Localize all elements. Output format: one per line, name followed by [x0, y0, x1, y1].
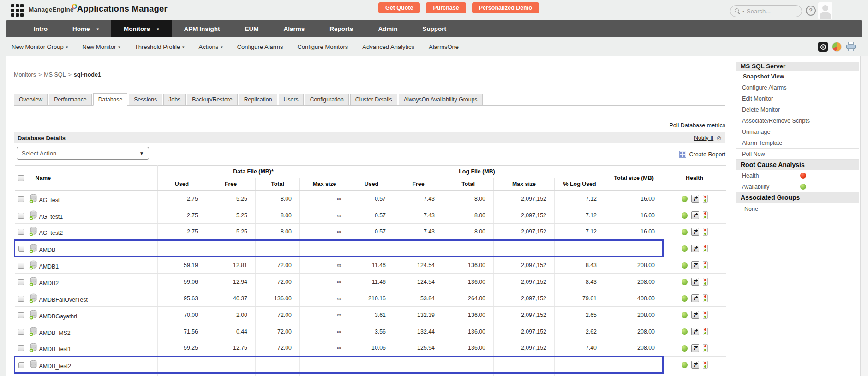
column-header-pct-log-used[interactable]: % Log Used — [555, 178, 605, 191]
breadcrumb-monitors[interactable]: Monitors — [14, 72, 36, 78]
availability-history-icon[interactable] — [703, 328, 708, 335]
tab-cluster-details[interactable]: Cluster Details — [350, 94, 397, 105]
notify-disabled-icon[interactable]: ⊘ — [716, 134, 722, 142]
column-header-health[interactable]: Health — [663, 166, 726, 191]
database-name[interactable]: AG_test — [39, 197, 60, 204]
availability-history-icon[interactable] — [703, 294, 708, 302]
tab-sessions[interactable]: Sessions — [129, 94, 162, 105]
tab-alwayson-availability-groups[interactable]: AlwaysOn Availability Groups — [399, 94, 483, 105]
row-checkbox[interactable] — [18, 246, 24, 252]
nav-item-admin[interactable]: Admin — [365, 20, 410, 37]
database-name[interactable]: AMDB_test1 — [39, 346, 72, 353]
sidebar-item-poll-now[interactable]: Poll Now — [736, 149, 859, 160]
health-status-icon[interactable] — [682, 328, 688, 335]
seven-day-report-icon[interactable]: 7 — [691, 228, 699, 236]
tab-users[interactable]: Users — [279, 94, 304, 105]
rca-row-availability[interactable]: Availability — [736, 181, 859, 192]
row-checkbox[interactable] — [18, 229, 24, 235]
seven-day-report-icon[interactable]: 7 — [691, 211, 699, 219]
create-report-link[interactable]: Create Report — [689, 151, 725, 158]
column-header-data-max-size[interactable]: Max size — [300, 178, 349, 191]
column-header-data-used[interactable]: Used — [158, 178, 206, 191]
row-checkbox[interactable] — [18, 263, 24, 269]
sidebar-item-configure-alarms[interactable]: Configure Alarms — [736, 82, 859, 93]
availability-history-icon[interactable] — [703, 228, 708, 236]
table-row[interactable]: AMDB1 59.19 12.81 72.00 ∞ 11.46 124.54 1… — [15, 257, 726, 274]
search-box[interactable]: ▾ — [730, 5, 802, 17]
availability-history-icon[interactable] — [703, 211, 708, 219]
seven-day-report-icon[interactable]: 7 — [691, 311, 699, 319]
availability-history-icon[interactable] — [703, 344, 708, 352]
row-checkbox[interactable] — [18, 296, 24, 302]
rca-row-health[interactable]: Health — [736, 170, 859, 181]
toolbar-item-new-monitor[interactable]: New Monitor▾ — [82, 43, 120, 50]
table-row[interactable]: AG_test 2.75 5.25 8.00 ∞ 0.57 7.43 8.00 … — [15, 191, 726, 207]
personalized-demo-button[interactable]: Personalized Demo — [472, 2, 539, 13]
seven-day-report-icon[interactable]: 7 — [691, 278, 699, 286]
availability-history-icon[interactable] — [703, 361, 708, 369]
sidebar-item-delete-monitor[interactable]: Delete Monitor — [736, 104, 859, 115]
row-checkbox[interactable] — [18, 213, 24, 219]
poll-database-metrics-link[interactable]: Poll Database metrics — [669, 122, 725, 129]
health-status-icon[interactable] — [682, 279, 688, 285]
row-checkbox[interactable] — [18, 362, 24, 368]
availability-history-icon[interactable] — [703, 278, 708, 286]
tab-configuration[interactable]: Configuration — [305, 94, 349, 105]
purchase-button[interactable]: Purchase — [426, 2, 466, 13]
nav-item-intro[interactable]: Intro — [21, 20, 60, 37]
sidebar-item-snapshot-view[interactable]: Snapshot View — [736, 71, 859, 82]
table-row[interactable]: AMDBGayathri 70.00 2.00 72.00 ∞ 3.61 132… — [15, 307, 726, 323]
column-header-log-total[interactable]: Total — [443, 178, 494, 191]
availability-history-icon[interactable] — [703, 245, 708, 252]
breadcrumb-ms-sql[interactable]: MS SQL — [44, 72, 66, 78]
database-name[interactable]: AG_test1 — [39, 214, 63, 221]
table-row-partial[interactable]: 7 — [15, 373, 726, 376]
database-name[interactable]: AMDBFailOverTest — [39, 297, 88, 304]
health-status-icon[interactable] — [682, 262, 688, 269]
seven-day-report-icon[interactable]: 7 — [691, 245, 699, 252]
scrollbar-track[interactable] — [860, 56, 868, 376]
toolbar-item-configure-monitors[interactable]: Configure Monitors — [297, 43, 348, 50]
search-scope-caret-icon[interactable]: ▾ — [742, 9, 744, 13]
row-checkbox[interactable] — [18, 279, 24, 285]
toolbar-item-alarmsone[interactable]: AlarmsOne — [429, 43, 459, 50]
tab-jobs[interactable]: Jobs — [163, 94, 186, 105]
table-row[interactable]: AG_test1 2.75 5.25 8.00 ∞ 0.57 7.43 8.00… — [15, 207, 726, 224]
tab-database[interactable]: Database — [93, 93, 128, 106]
nav-item-home[interactable]: Home▾ — [60, 20, 111, 37]
seven-day-report-icon[interactable]: 7 — [691, 344, 699, 352]
nav-item-reports[interactable]: Reports — [317, 20, 365, 37]
seven-day-report-icon[interactable]: 7 — [691, 294, 699, 302]
health-status-icon[interactable] — [682, 229, 688, 235]
database-name[interactable]: AMDB1 — [39, 263, 59, 270]
row-checkbox[interactable] — [18, 345, 24, 351]
health-status-icon[interactable] — [682, 196, 688, 202]
column-header-log-used[interactable]: Used — [349, 178, 394, 191]
nav-item-eum[interactable]: EUM — [233, 20, 271, 37]
column-header-data-total[interactable]: Total — [256, 178, 300, 191]
snapshot-icon[interactable] — [818, 42, 828, 52]
column-header-log-free[interactable]: Free — [394, 178, 443, 191]
nav-item-support[interactable]: Support — [410, 20, 459, 37]
database-name[interactable]: AMDBGayathri — [39, 313, 78, 320]
search-input[interactable] — [747, 8, 793, 15]
tab-replication[interactable]: Replication — [239, 94, 277, 105]
database-name[interactable]: AMDB — [39, 247, 56, 254]
sidebar-item-edit-monitor[interactable]: Edit Monitor — [736, 93, 859, 104]
toolbar-item-configure-alarms[interactable]: Configure Alarms — [237, 43, 283, 50]
column-header-data-free[interactable]: Free — [206, 178, 256, 191]
database-name[interactable]: AG_test2 — [39, 230, 63, 237]
row-checkbox[interactable] — [18, 329, 24, 335]
app-grid-icon[interactable] — [11, 4, 24, 17]
table-row[interactable]: AMDB_test2 7 — [15, 357, 726, 373]
table-row[interactable]: AMDB_test1 59.25 12.75 72.00 ∞ 10.06 125… — [15, 340, 726, 357]
sidebar-item-unmanage[interactable]: Unmanage — [736, 126, 859, 137]
availability-history-icon[interactable] — [703, 195, 708, 203]
row-checkbox[interactable] — [18, 196, 24, 202]
health-status-icon[interactable] — [682, 362, 688, 368]
toolbar-item-new-monitor-group[interactable]: New Monitor Group▾ — [12, 43, 68, 50]
user-avatar[interactable] — [818, 2, 832, 19]
table-row[interactable]: AMDB_MS2 71.56 0.44 72.00 ∞ 3.56 132.44 … — [15, 323, 726, 340]
get-quote-button[interactable]: Get Quote — [378, 2, 420, 13]
health-status-icon[interactable] — [682, 245, 688, 252]
